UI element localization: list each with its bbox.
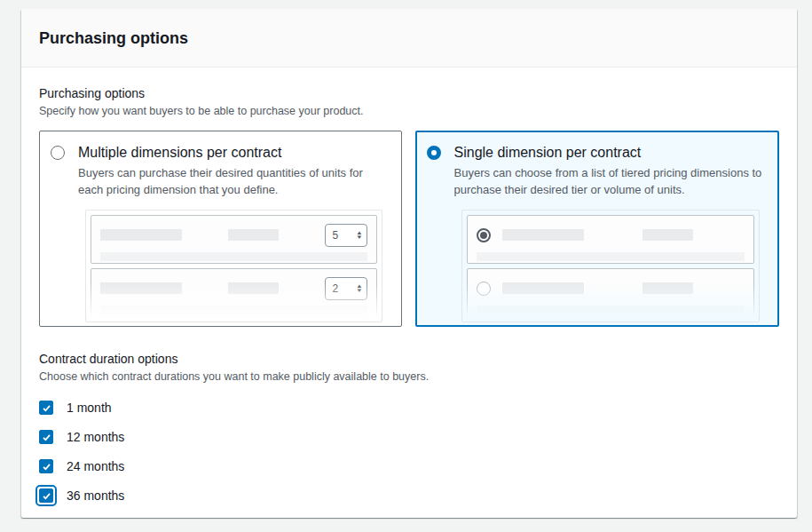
placeholder-bar: [643, 229, 693, 241]
panel-header: Purchasing options: [21, 9, 797, 67]
illustration-quantity-input: 2 ▲ ▼: [325, 277, 367, 300]
checkbox-label: 24 months: [67, 459, 124, 473]
purchasing-option-tiles: Multiple dimensions per contract Buyers …: [39, 131, 779, 327]
illustration-tier-row: [467, 215, 755, 264]
checkbox-label: 36 months: [67, 488, 124, 503]
tile-multiple-description: Buyers can purchase their desired quanti…: [78, 164, 389, 198]
placeholder-bar: [228, 282, 279, 294]
placeholder-bar: [100, 229, 182, 241]
placeholder-bar: [643, 282, 693, 294]
checkbox-24-months[interactable]: [39, 459, 53, 473]
purchasing-options-field: Purchasing options Specify how you want …: [39, 84, 779, 118]
checkbox-1-month-wrap: [35, 397, 57, 418]
tile-multiple-title: Multiple dimensions per contract: [78, 144, 281, 162]
purchasing-options-label: Purchasing options: [39, 84, 779, 102]
checkbox-row-36-months[interactable]: 36 months: [39, 487, 779, 504]
checkbox-row-1-month[interactable]: 1 month: [39, 399, 779, 417]
panel-body: Purchasing options Specify how you want …: [21, 67, 797, 532]
checkbox-36-months-focus-ring: [35, 485, 57, 506]
illustration-quantity-input: 5 ▲ ▼: [325, 224, 367, 247]
placeholder-bar: [502, 282, 584, 294]
tile-single-head: Single dimension per contract: [417, 132, 778, 162]
placeholder-bar: [502, 229, 584, 241]
placeholder-bar-wide: [477, 306, 745, 314]
radio-multiple-dimensions[interactable]: [51, 146, 65, 160]
duration-checkbox-group: 1 month 12 months: [39, 399, 779, 504]
tile-multiple-dimensions[interactable]: Multiple dimensions per contract Buyers …: [39, 131, 402, 327]
stepper-arrows-icon: ▲ ▼: [357, 284, 362, 293]
checkmark-icon: [42, 462, 51, 472]
checkmark-icon: [42, 403, 51, 413]
checkbox-row-12-months[interactable]: 12 months: [39, 428, 779, 446]
radio-single-dimension[interactable]: [427, 146, 441, 160]
illustration-dimension-row: 5 ▲ ▼: [91, 215, 377, 264]
single-dimension-illustration: [461, 210, 761, 322]
illustration-radio-selected-icon: [477, 228, 491, 242]
checkbox-24-months-wrap: [35, 456, 57, 477]
checkbox-label: 12 months: [67, 430, 124, 444]
stepper-arrows-icon: ▲ ▼: [357, 231, 362, 240]
arrow-down-icon: ▼: [356, 289, 363, 293]
checkmark-icon: [42, 433, 51, 442]
arrow-down-icon: ▼: [356, 235, 363, 240]
purchasing-options-panel: Purchasing options Purchasing options Sp…: [21, 9, 797, 518]
checkbox-12-months[interactable]: [39, 430, 53, 444]
tile-single-dimension[interactable]: Single dimension per contract Buyers can…: [415, 131, 780, 327]
contract-duration-label: Contract duration options: [39, 350, 779, 368]
panel-title: Purchasing options: [39, 28, 779, 49]
placeholder-bar-wide: [100, 306, 367, 314]
purchasing-options-description: Specify how you want buyers to be able t…: [39, 104, 779, 118]
checkbox-12-months-wrap: [35, 426, 57, 448]
illustration-radio-unselected-icon: [477, 282, 491, 296]
multiple-dimensions-illustration: 5 ▲ ▼: [85, 210, 382, 322]
placeholder-bar-wide: [100, 252, 367, 261]
checkbox-1-month[interactable]: [39, 401, 53, 415]
quantity-value: 5: [333, 229, 339, 242]
checkmark-icon: [42, 491, 51, 501]
tile-single-title: Single dimension per contract: [454, 144, 642, 162]
quantity-value: 2: [333, 282, 339, 295]
page-background: Purchasing options Purchasing options Sp…: [0, 0, 812, 532]
placeholder-bar: [100, 282, 182, 294]
placeholder-bar-wide: [477, 252, 745, 261]
tile-multiple-head: Multiple dimensions per contract: [40, 131, 401, 162]
checkbox-label: 1 month: [67, 401, 112, 415]
contract-duration-description: Choose which contract durations you want…: [39, 369, 779, 384]
illustration-dimension-row: 2 ▲ ▼: [91, 268, 377, 317]
illustration-tier-row: [467, 268, 755, 317]
checkbox-row-24-months[interactable]: 24 months: [39, 457, 779, 475]
tile-single-description: Buyers can choose from a list of tiered …: [454, 164, 766, 198]
checkbox-36-months[interactable]: [39, 488, 53, 503]
contract-duration-field: Contract duration options Choose which c…: [39, 350, 779, 504]
placeholder-bar: [228, 229, 279, 241]
